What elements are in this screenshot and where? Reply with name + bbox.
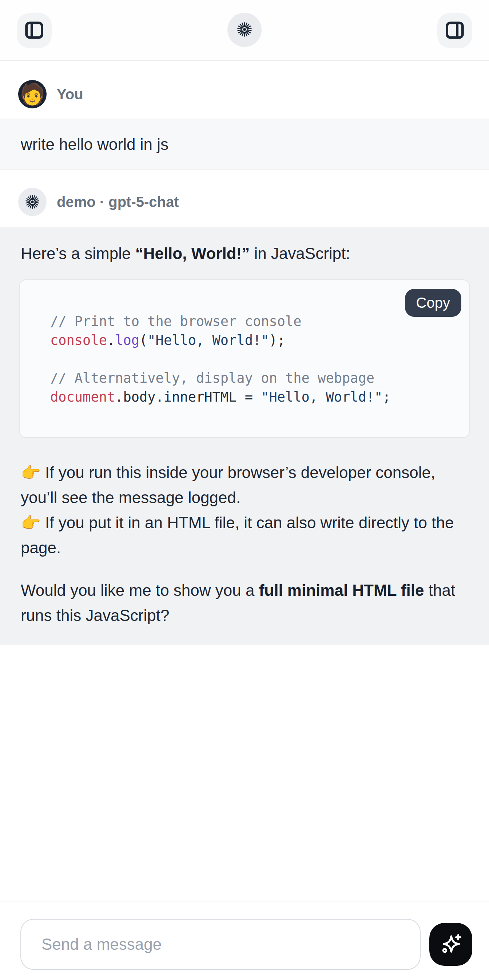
user-sender-row: 🧑 You (0, 61, 489, 119)
starburst-icon (24, 194, 40, 210)
user-sender-name: You (57, 86, 83, 103)
code-line: document.body.innerHTML = "Hello, World!… (50, 388, 455, 407)
send-button[interactable] (429, 923, 472, 966)
code-block: Copy // Print to the browser consolecons… (19, 279, 470, 438)
code-content: // Print to the browser consoleconsole.l… (50, 312, 455, 407)
assistant-intro-paragraph: Here’s a simple “Hello, World!” in JavaS… (19, 242, 470, 266)
assistant-sender-name: demo · gpt-5-chat (57, 194, 179, 210)
user-message-band: write hello world in js (0, 119, 489, 170)
model-status-button[interactable] (228, 13, 261, 47)
code-line: // Print to the browser console (50, 312, 455, 331)
panel-left-icon (24, 21, 44, 41)
code-line (50, 350, 455, 369)
app-header (0, 0, 489, 61)
assistant-message-body: Here’s a simple “Hello, World!” in JavaS… (0, 227, 489, 645)
assistant-avatar (18, 188, 46, 216)
code-line: console.log("Hello, World!"); (50, 331, 455, 350)
composer-bar (0, 901, 489, 980)
assistant-question-paragraph: Would you like me to show you a full min… (19, 578, 470, 628)
message-input[interactable] (21, 919, 421, 970)
sparkle-icon (439, 932, 463, 957)
empty-scroll-area (0, 645, 489, 901)
assistant-message: demo · gpt-5-chat Here’s a simple “Hello… (0, 170, 489, 645)
user-message-text: write hello world in js (21, 135, 169, 154)
person-emoji: 🧑 (20, 84, 45, 104)
assistant-tips-paragraph: 👉 If you run this inside your browser’s … (19, 460, 470, 560)
code-line: // Alternatively, display on the webpage (50, 369, 455, 388)
right-panel-toggle-button[interactable] (437, 13, 472, 48)
copy-button[interactable]: Copy (405, 289, 461, 317)
starburst-icon (236, 21, 253, 39)
user-message: 🧑 You write hello world in js (0, 61, 489, 170)
user-avatar: 🧑 (18, 80, 46, 108)
panel-right-icon (445, 21, 465, 41)
sidebar-toggle-button[interactable] (17, 13, 52, 48)
assistant-sender-row: demo · gpt-5-chat (0, 170, 489, 227)
